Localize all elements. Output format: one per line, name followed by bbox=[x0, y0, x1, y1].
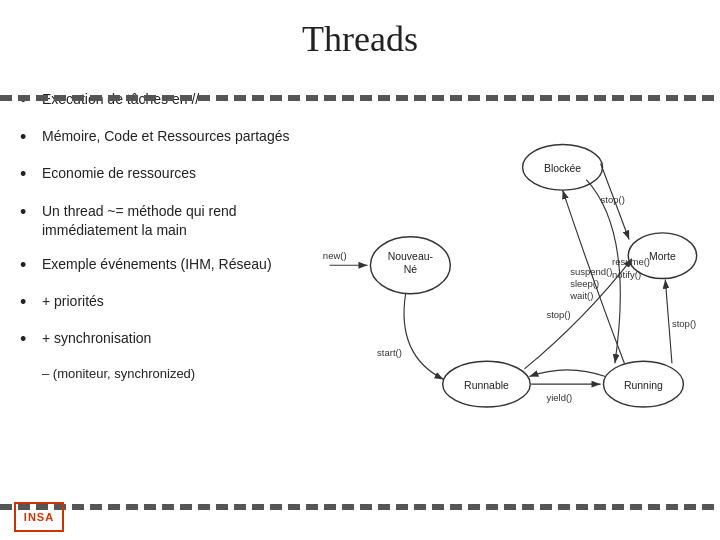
bullet-text-3: Economie de ressources bbox=[42, 164, 320, 184]
label-stop-blockee: stop() bbox=[601, 194, 625, 205]
node-morte: Morte bbox=[649, 251, 676, 262]
bullet-4: • Un thread ~= méthode qui rend immédiat… bbox=[20, 202, 320, 241]
bullet-7: • + synchronisation bbox=[20, 329, 320, 352]
bullet-dot-4: • bbox=[20, 200, 36, 225]
bullet-text-5: Exemple événements (IHM, Réseau) bbox=[42, 255, 320, 275]
bullet-list: • Execution de tâches en // • Mémoire, C… bbox=[10, 80, 320, 460]
bullet-dot-2: • bbox=[20, 125, 36, 150]
svg-line-12 bbox=[665, 280, 672, 364]
bullet-5: • Exemple événements (IHM, Réseau) bbox=[20, 255, 320, 278]
bullet-text-6: + priorités bbox=[42, 292, 320, 312]
label-resume: resume() bbox=[612, 256, 650, 267]
bullet-dot-5: • bbox=[20, 253, 36, 278]
svg-text:wait(): wait() bbox=[569, 290, 593, 301]
logo-area: INSA bbox=[14, 502, 64, 532]
bullet-1: • Execution de tâches en // bbox=[20, 90, 320, 113]
label-yield: yield() bbox=[546, 392, 572, 403]
svg-text:Né: Né bbox=[404, 264, 418, 275]
sub-bullet: – (moniteur, synchronized) bbox=[42, 366, 320, 381]
page-title: Threads bbox=[0, 0, 720, 70]
thread-state-diagram: Nouveau- Né Blockée Morte Runnable Runni… bbox=[320, 80, 710, 460]
node-runnable: Runnable bbox=[464, 380, 509, 391]
bullet-2: • Mémoire, Code et Ressources partagés bbox=[20, 127, 320, 150]
svg-text:sleep(): sleep() bbox=[570, 278, 599, 289]
bullet-dot-7: • bbox=[20, 327, 36, 352]
node-blockee: Blockée bbox=[544, 163, 581, 174]
diagram-svg: Nouveau- Né Blockée Morte Runnable Runni… bbox=[320, 80, 710, 460]
content-area: • Execution de tâches en // • Mémoire, C… bbox=[0, 80, 720, 460]
label-stop-running: stop() bbox=[672, 318, 696, 329]
bullet-text-4: Un thread ~= méthode qui rend immédiatem… bbox=[42, 202, 320, 241]
label-stop-runnable: stop() bbox=[546, 309, 570, 320]
bullet-3: • Economie de ressources bbox=[20, 164, 320, 187]
label-start: start() bbox=[377, 347, 402, 358]
node-running: Running bbox=[624, 380, 663, 391]
bullet-text-2: Mémoire, Code et Ressources partagés bbox=[42, 127, 320, 147]
dashed-border-bottom bbox=[0, 504, 720, 510]
bullet-6: • + priorités bbox=[20, 292, 320, 315]
insa-logo: INSA bbox=[14, 502, 64, 532]
bullet-text-7: + synchronisation bbox=[42, 329, 320, 349]
node-nouveau-ne: Nouveau- bbox=[388, 251, 434, 262]
label-new: new() bbox=[323, 250, 347, 261]
bullet-dot-3: • bbox=[20, 162, 36, 187]
label-suspend: suspend() bbox=[570, 266, 612, 277]
bullet-dot-6: • bbox=[20, 290, 36, 315]
